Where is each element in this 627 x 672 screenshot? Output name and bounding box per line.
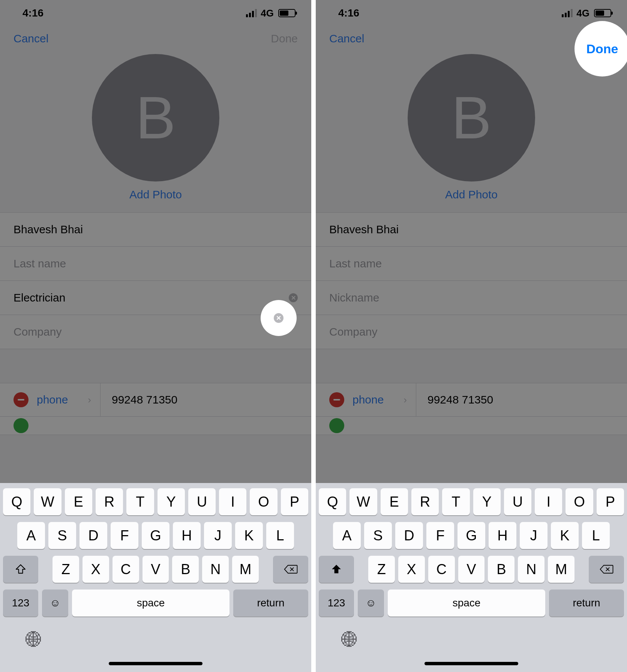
key-r[interactable]: R xyxy=(411,488,439,515)
space-key[interactable]: space xyxy=(72,590,230,616)
key-k[interactable]: K xyxy=(551,522,579,549)
first-name-field[interactable]: Bhavesh Bhai xyxy=(0,212,311,247)
key-l[interactable]: L xyxy=(266,522,294,549)
globe-icon[interactable]: 🌐︎ xyxy=(26,631,42,650)
key-w[interactable]: W xyxy=(350,488,377,515)
contact-avatar[interactable]: B xyxy=(92,54,219,182)
key-l[interactable]: L xyxy=(582,522,610,549)
key-v[interactable]: V xyxy=(142,556,169,583)
space-key[interactable]: space xyxy=(388,590,545,616)
key-o[interactable]: O xyxy=(566,488,593,515)
phone-row[interactable]: phone › 99248 71350 xyxy=(0,383,311,416)
kb-row-1: Q W E R T Y U I O P xyxy=(319,488,624,515)
phone-number-value[interactable]: 99248 71350 xyxy=(416,393,493,406)
key-d[interactable]: D xyxy=(80,522,107,549)
key-m[interactable]: M xyxy=(232,556,259,583)
key-h[interactable]: H xyxy=(173,522,201,549)
company-field[interactable]: Company xyxy=(316,315,627,349)
key-b[interactable]: B xyxy=(172,556,199,583)
home-indicator[interactable] xyxy=(109,662,202,665)
clear-text-icon[interactable]: ✕ xyxy=(289,293,298,302)
add-phone-icon[interactable] xyxy=(329,418,344,433)
key-g[interactable]: G xyxy=(142,522,170,549)
key-n[interactable]: N xyxy=(518,556,544,583)
key-s[interactable]: S xyxy=(48,522,76,549)
key-z[interactable]: Z xyxy=(52,556,79,583)
key-c[interactable]: C xyxy=(428,556,455,583)
key-q[interactable]: Q xyxy=(319,488,346,515)
last-name-field[interactable]: Last name xyxy=(316,247,627,281)
key-q[interactable]: Q xyxy=(3,488,30,515)
contact-avatar[interactable]: B xyxy=(408,54,535,182)
key-d[interactable]: D xyxy=(395,522,423,549)
return-key[interactable]: return xyxy=(233,590,308,616)
keyboard[interactable]: Q W E R T Y U I O P A S D F G H J K L xyxy=(0,483,311,672)
key-e[interactable]: E xyxy=(381,488,408,515)
add-photo-button[interactable]: Add Photo xyxy=(445,188,498,201)
cancel-button[interactable]: Cancel xyxy=(14,32,48,45)
key-u[interactable]: U xyxy=(188,488,216,515)
key-y[interactable]: Y xyxy=(158,488,185,515)
key-i[interactable]: I xyxy=(535,488,562,515)
key-b[interactable]: B xyxy=(488,556,514,583)
key-m[interactable]: M xyxy=(548,556,574,583)
key-n[interactable]: N xyxy=(202,556,229,583)
key-k[interactable]: K xyxy=(235,522,263,549)
phone-type-cell[interactable]: phone › xyxy=(0,383,100,416)
last-name-field[interactable]: Last name xyxy=(0,247,311,281)
emoji-key[interactable]: ☺ xyxy=(358,590,384,616)
phone-type-label[interactable]: phone xyxy=(37,393,80,406)
first-name-field[interactable]: Bhavesh Bhai xyxy=(316,212,627,247)
add-phone-row[interactable] xyxy=(0,416,311,435)
add-phone-row[interactable] xyxy=(316,416,627,435)
nickname-field[interactable]: Nickname xyxy=(316,281,627,315)
key-y[interactable]: Y xyxy=(473,488,501,515)
key-u[interactable]: U xyxy=(504,488,531,515)
key-x[interactable]: X xyxy=(82,556,109,583)
key-f[interactable]: F xyxy=(111,522,138,549)
backspace-key[interactable] xyxy=(589,556,624,583)
shift-key[interactable] xyxy=(319,556,354,583)
key-z[interactable]: Z xyxy=(368,556,395,583)
key-j[interactable]: J xyxy=(204,522,232,549)
key-t[interactable]: T xyxy=(442,488,470,515)
key-a[interactable]: A xyxy=(333,522,361,549)
cancel-button[interactable]: Cancel xyxy=(329,32,364,45)
key-a[interactable]: A xyxy=(17,522,45,549)
shift-key[interactable] xyxy=(3,556,38,583)
emoji-key[interactable]: ☺ xyxy=(42,590,68,616)
key-p[interactable]: P xyxy=(597,488,624,515)
key-o[interactable]: O xyxy=(250,488,277,515)
add-photo-button[interactable]: Add Photo xyxy=(129,188,182,201)
key-p[interactable]: P xyxy=(281,488,308,515)
clear-text-icon-highlight[interactable]: ✕ xyxy=(274,313,284,323)
key-r[interactable]: R xyxy=(96,488,123,515)
home-indicator[interactable] xyxy=(424,662,518,665)
keyboard[interactable]: Q W E R T Y U I O P A S D F G H J K L xyxy=(316,483,627,672)
key-h[interactable]: H xyxy=(489,522,516,549)
globe-icon[interactable]: 🌐︎ xyxy=(341,631,358,650)
key-j[interactable]: J xyxy=(520,522,548,549)
key-i[interactable]: I xyxy=(219,488,246,515)
backspace-key[interactable] xyxy=(273,556,308,583)
key-s[interactable]: S xyxy=(364,522,392,549)
key-e[interactable]: E xyxy=(65,488,92,515)
phone-type-label[interactable]: phone xyxy=(352,393,395,406)
key-t[interactable]: T xyxy=(126,488,154,515)
key-w[interactable]: W xyxy=(34,488,61,515)
numbers-key[interactable]: 123 xyxy=(319,590,354,616)
phone-number-value[interactable]: 99248 71350 xyxy=(100,393,177,406)
remove-phone-icon[interactable] xyxy=(14,392,28,407)
key-f[interactable]: F xyxy=(426,522,454,549)
add-phone-icon[interactable] xyxy=(14,418,28,433)
key-c[interactable]: C xyxy=(112,556,139,583)
phone-type-cell[interactable]: phone › xyxy=(316,383,416,416)
phone-row[interactable]: phone › 99248 71350 xyxy=(316,383,627,416)
key-x[interactable]: X xyxy=(398,556,425,583)
done-button-highlight[interactable]: Done xyxy=(586,42,618,56)
key-g[interactable]: G xyxy=(458,522,485,549)
key-v[interactable]: V xyxy=(458,556,485,583)
remove-phone-icon[interactable] xyxy=(329,392,344,407)
numbers-key[interactable]: 123 xyxy=(3,590,38,616)
return-key[interactable]: return xyxy=(549,590,624,616)
